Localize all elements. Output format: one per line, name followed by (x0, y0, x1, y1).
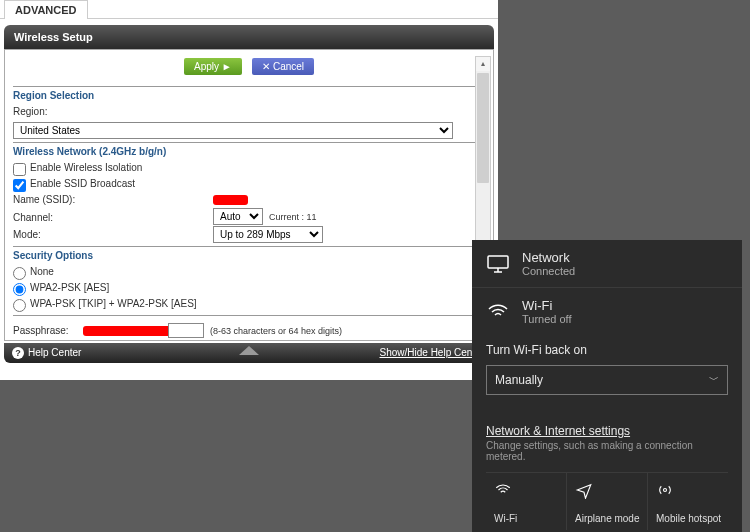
wifi-status: Turned off (522, 313, 572, 325)
enable-ssid-broadcast-24[interactable] (13, 179, 26, 192)
help-center-link[interactable]: Help Center (12, 347, 81, 358)
turn-wifi-on-label: Turn Wi-Fi back on (486, 343, 728, 357)
security-heading: Security Options (13, 250, 485, 261)
airplane-tile-label: Airplane mode (575, 513, 641, 524)
chevron-down-icon: ﹀ (709, 366, 719, 394)
wifi-status-row[interactable]: Wi-FiTurned off (472, 288, 742, 335)
passphrase-hint: (8-63 characters or 64 hex digits) (210, 326, 342, 336)
wifi-title: Wi-Fi (522, 298, 572, 313)
network-status: Connected (522, 265, 575, 277)
hotspot-icon (656, 481, 674, 499)
panel-body: Apply ► ✕ Cancel Region Selection Region… (4, 49, 494, 341)
region-heading: Region Selection (13, 90, 485, 101)
passphrase-label: Passphrase: (13, 323, 83, 339)
wifi-tile-icon (494, 481, 512, 499)
network-settings-link[interactable]: Network & Internet settings (486, 424, 630, 438)
wifi-tile-label: Wi-Fi (494, 513, 560, 524)
hotspot-tile-label: Mobile hotspot (656, 513, 722, 524)
region-label: Region: (13, 104, 485, 120)
security-mixed[interactable] (13, 299, 26, 312)
security-none[interactable] (13, 267, 26, 280)
passphrase-redaction (83, 326, 178, 336)
tab-advanced[interactable]: ADVANCED (4, 0, 88, 19)
security-wpa2-label: WPA2-PSK [AES] (30, 282, 109, 293)
ethernet-status-row[interactable]: NetworkConnected (472, 240, 742, 287)
network-settings-sub: Change settings, such as making a connec… (486, 440, 728, 462)
isolation-label-24: Enable Wireless Isolation (30, 162, 142, 173)
airplane-icon (575, 481, 593, 499)
scroll-up-arrow[interactable]: ▴ (476, 57, 490, 71)
enable-wireless-isolation-24[interactable] (13, 163, 26, 176)
channel-label: Channel: (13, 210, 213, 226)
airplane-tile[interactable]: Airplane mode (567, 473, 648, 530)
hotspot-tile[interactable]: Mobile hotspot (648, 473, 728, 530)
cancel-button[interactable]: ✕ Cancel (252, 58, 314, 75)
expand-triangle-icon[interactable] (239, 346, 259, 355)
svg-rect-0 (488, 256, 508, 268)
wlan24-heading: Wireless Network (2.4GHz b/g/n) (13, 146, 485, 157)
mode-select[interactable]: Up to 289 Mbps (213, 226, 323, 243)
router-admin-panel: ADVANCED Wireless Setup Apply ► ✕ Cancel… (0, 0, 498, 380)
region-select[interactable]: United States (13, 122, 453, 139)
panel-header: Wireless Setup (4, 25, 494, 49)
ssid-label: Name (SSID): (13, 192, 213, 208)
passphrase-input[interactable] (168, 323, 204, 338)
channel-current: Current : 11 (269, 212, 317, 222)
showhide-help-link[interactable]: Show/Hide Help Center (380, 343, 485, 363)
ssid-redaction (213, 195, 248, 205)
turn-wifi-on-select[interactable]: Manually ﹀ (486, 365, 728, 395)
network-flyout: NetworkConnected Wi-FiTurned off Turn Wi… (472, 240, 742, 532)
apply-button[interactable]: Apply ► (184, 58, 242, 75)
security-wpa2[interactable] (13, 283, 26, 296)
tab-bar: ADVANCED (0, 0, 498, 19)
wifi-icon (486, 300, 510, 324)
security-mixed-label: WPA-PSK [TKIP] + WPA2-PSK [AES] (30, 298, 197, 309)
monitor-icon (486, 252, 510, 276)
mode-label: Mode: (13, 227, 213, 243)
turn-wifi-on-value: Manually (495, 366, 543, 394)
scroll-thumb[interactable] (477, 73, 489, 183)
footer-bar: Help Center Show/Hide Help Center (4, 343, 494, 363)
security-none-label: None (30, 266, 54, 277)
broadcast-label-24: Enable SSID Broadcast (30, 178, 135, 189)
svg-point-1 (664, 489, 667, 492)
channel-select[interactable]: Auto (213, 208, 263, 225)
network-title: Network (522, 250, 575, 265)
wifi-tile[interactable]: Wi-Fi (486, 473, 567, 530)
